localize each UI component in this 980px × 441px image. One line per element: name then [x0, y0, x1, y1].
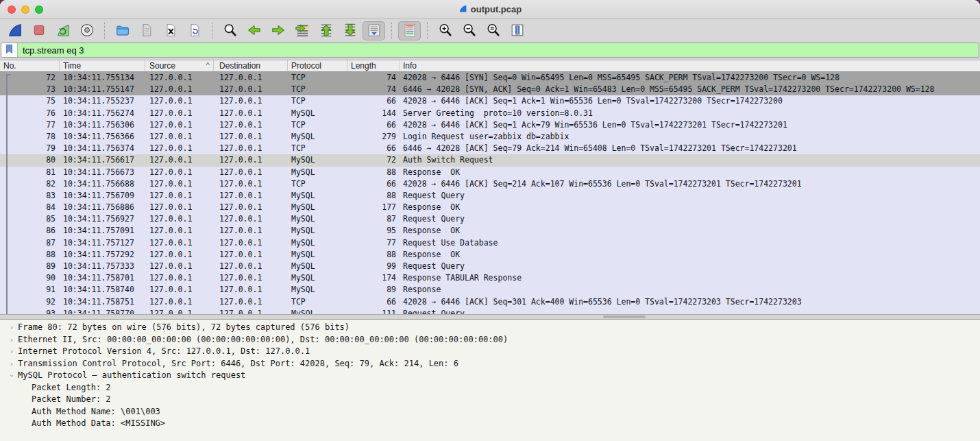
column-header-info[interactable]: Info	[400, 60, 980, 71]
detail-tree-row[interactable]: ›MySQL Protocol — authentication switch …	[0, 370, 980, 382]
column-header-destination[interactable]: Destination	[214, 60, 288, 71]
table-row[interactable]: 9210:34:11.758751127.0.0.1127.0.0.1TCP66…	[0, 296, 980, 308]
cell-dst: 127.0.0.1	[214, 190, 288, 202]
detail-tree-row[interactable]: ›Frame 80: 72 bytes on wire (576 bits), …	[0, 322, 980, 334]
reload-file-button[interactable]	[183, 21, 206, 40]
stream-bracket-line	[6, 74, 8, 314]
chevron-down-icon[interactable]: ›	[5, 370, 18, 382]
find-packet-button[interactable]	[219, 21, 241, 40]
table-row[interactable]: 8610:34:11.757091127.0.0.1127.0.0.1MySQL…	[0, 225, 980, 237]
window-title: output.pcap	[458, 4, 522, 15]
stop-capture-button[interactable]	[27, 21, 50, 40]
go-to-packet-button[interactable]	[291, 21, 313, 40]
table-row[interactable]: 9110:34:11.758740127.0.0.1127.0.0.1MySQL…	[0, 284, 980, 296]
table-row[interactable]: 7210:34:11.755134127.0.0.1127.0.0.1TCP74…	[0, 72, 980, 84]
zoom-out-button[interactable]	[458, 21, 480, 40]
table-row[interactable]: 7910:34:11.756374127.0.0.1127.0.0.1TCP66…	[0, 143, 980, 154]
zoom-reset-button[interactable]	[482, 21, 504, 40]
cell-proto: TCP	[288, 72, 348, 84]
fullscreen-window-button[interactable]	[35, 5, 43, 14]
chevron-right-icon[interactable]: ›	[5, 358, 18, 370]
cell-dst: 127.0.0.1	[214, 261, 288, 272]
cell-info: 42028 → 6446 [ACK] Seq=214 Ack=107 Win=6…	[400, 178, 980, 190]
column-header-length[interactable]: Length	[348, 60, 400, 71]
detail-tree-row[interactable]: Packet Length: 2	[0, 382, 980, 394]
go-first-packet-button[interactable]	[315, 21, 337, 40]
chevron-right-icon[interactable]: ›	[5, 334, 18, 346]
detail-tree-row[interactable]: Auth Method Data: <MISSING>	[0, 418, 980, 430]
capture-options-button[interactable]: ⚙	[75, 21, 98, 40]
table-row[interactable]: 7610:34:11.756274127.0.0.1127.0.0.1MySQL…	[0, 108, 980, 119]
column-header-source[interactable]: Source^	[145, 60, 214, 71]
table-row[interactable]: 7510:34:11.755237127.0.0.1127.0.0.1TCP66…	[0, 95, 980, 107]
table-row[interactable]: 8810:34:11.757292127.0.0.1127.0.0.1MySQL…	[0, 249, 980, 261]
detail-tree-row[interactable]: Auth Method Name: \001\003	[0, 406, 980, 418]
horizontal-scrollbar-thumb[interactable]	[603, 315, 646, 318]
filter-bar: tcp.stream eq 3	[0, 43, 980, 60]
table-row[interactable]: 8410:34:11.756886127.0.0.1127.0.0.1MySQL…	[0, 202, 980, 213]
table-row[interactable]: 9310:34:11.758770127.0.0.1127.0.0.1MySQL…	[0, 308, 980, 314]
close-file-button[interactable]	[159, 21, 182, 40]
cell-info: Response	[400, 284, 980, 296]
go-forward-button[interactable]	[267, 21, 289, 40]
file-close-icon	[164, 23, 177, 39]
table-row[interactable]: 8510:34:11.756927127.0.0.1127.0.0.1MySQL…	[0, 213, 980, 225]
go-last-packet-button[interactable]	[339, 21, 361, 40]
cell-len: 144	[348, 108, 400, 119]
restart-capture-button[interactable]	[51, 21, 74, 40]
cell-time: 10:34:11.756927	[60, 213, 145, 225]
cell-proto: MySQL	[288, 284, 348, 296]
chevron-right-icon[interactable]: ›	[5, 346, 18, 358]
table-row[interactable]: 8710:34:11.757127127.0.0.1127.0.0.1MySQL…	[0, 237, 980, 249]
minimize-window-button[interactable]	[21, 5, 29, 14]
table-row[interactable]: 8910:34:11.757333127.0.0.1127.0.0.1MySQL…	[0, 261, 980, 272]
cell-no: 80	[0, 154, 60, 166]
detail-tree-row[interactable]: ›Internet Protocol Version 4, Src: 127.0…	[0, 346, 980, 358]
arrow-right-icon	[271, 23, 286, 40]
cell-proto: MySQL	[288, 154, 348, 166]
table-row[interactable]: 8310:34:11.756709127.0.0.1127.0.0.1MySQL…	[0, 190, 980, 202]
resize-columns-button[interactable]	[506, 21, 528, 40]
cell-dst: 127.0.0.1	[214, 237, 288, 249]
cell-dst: 127.0.0.1	[214, 202, 288, 213]
close-window-button[interactable]	[8, 5, 16, 14]
column-header-protocol[interactable]: Protocol	[288, 60, 348, 71]
cell-no: 88	[0, 249, 60, 261]
table-row[interactable]: 7710:34:11.756306127.0.0.1127.0.0.1TCP66…	[0, 119, 980, 131]
cell-time: 10:34:11.757292	[60, 249, 145, 261]
cell-src: 127.0.0.1	[145, 225, 214, 237]
cell-info: 6446 → 42028 [SYN, ACK] Seq=0 Ack=1 Win=…	[400, 84, 980, 95]
pane-splitter[interactable]	[0, 314, 980, 320]
auto-scroll-button[interactable]	[363, 21, 385, 40]
detail-tree-row[interactable]: ›Ethernet II, Src: 00:00:00_00:00:00 (00…	[0, 334, 980, 346]
cell-proto: MySQL	[288, 308, 348, 314]
start-capture-button[interactable]	[3, 21, 26, 40]
save-file-button[interactable]	[135, 21, 158, 40]
table-row[interactable]: 7310:34:11.755147127.0.0.1127.0.0.1TCP74…	[0, 84, 980, 95]
column-header-time[interactable]: Time	[60, 60, 145, 71]
table-row[interactable]: 8210:34:11.756688127.0.0.1127.0.0.1TCP66…	[0, 178, 980, 190]
cell-proto: MySQL	[288, 202, 348, 213]
detail-tree-row[interactable]: ›Transmission Control Protocol, Src Port…	[0, 358, 980, 370]
chevron-right-icon[interactable]: ›	[5, 322, 18, 334]
table-row[interactable]: 8110:34:11.756673127.0.0.1127.0.0.1MySQL…	[0, 167, 980, 178]
go-back-button[interactable]	[243, 21, 265, 40]
filter-bookmark-button[interactable]	[1, 43, 18, 57]
cell-no: 91	[0, 284, 60, 296]
detail-tree-row[interactable]: Packet Number: 2	[0, 394, 980, 406]
table-row[interactable]: 9010:34:11.758701127.0.0.1127.0.0.1MySQL…	[0, 272, 980, 284]
cell-proto: MySQL	[288, 225, 348, 237]
cell-src: 127.0.0.1	[145, 108, 214, 119]
open-file-button[interactable]	[111, 21, 134, 40]
column-header-no[interactable]: No.	[0, 60, 60, 71]
tree-indent	[5, 406, 18, 418]
detail-text: Packet Number: 2	[18, 394, 111, 406]
cell-proto: MySQL	[288, 190, 348, 202]
colorize-icon	[402, 23, 417, 40]
display-filter-input[interactable]: tcp.stream eq 3	[18, 43, 979, 57]
display-filter-value: tcp.stream eq 3	[23, 45, 84, 56]
table-row[interactable]: 7810:34:11.756366127.0.0.1127.0.0.1MySQL…	[0, 131, 980, 143]
zoom-in-button[interactable]	[434, 21, 456, 40]
colorize-button[interactable]	[398, 21, 421, 40]
table-row[interactable]: 8010:34:11.756617127.0.0.1127.0.0.1MySQL…	[0, 154, 980, 166]
